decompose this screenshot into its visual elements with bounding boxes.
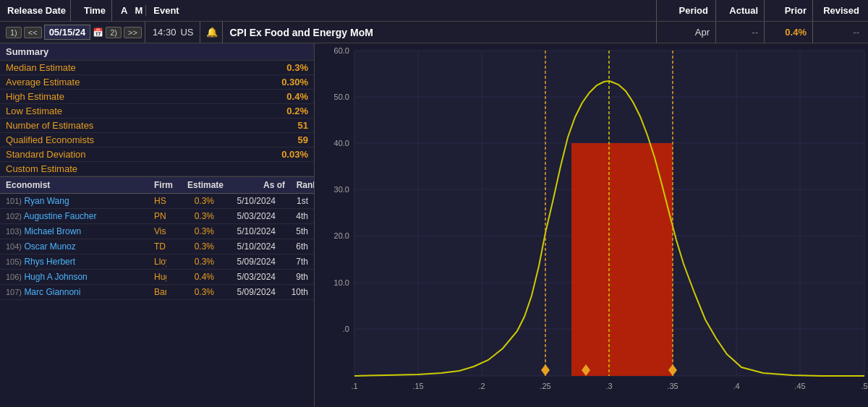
summary-row: Standard Deviation 0.03%	[0, 147, 314, 162]
table-row[interactable]: 102) Augustine Faucher PNC Finl Services…	[0, 209, 314, 224]
svg-text:.0: .0	[343, 325, 349, 333]
event-name: CPI Ex Food and Energy MoM	[230, 27, 373, 38]
time-label: Time	[78, 0, 112, 21]
summary-value: 0.30%	[281, 77, 308, 87]
estimate-value: 0.3%	[166, 210, 217, 222]
summary-section: Summary Median Estimate 0.3% Average Est…	[0, 43, 314, 177]
firm-name: Barclays Capital Inc.	[151, 286, 166, 298]
as-of-date: 5/09/2024	[217, 256, 278, 267]
firm-name: HSBC Securities USA Inc	[151, 195, 166, 207]
economist-name: 101) Ryan Wang	[3, 195, 151, 207]
svg-text:10.0: 10.0	[334, 278, 349, 287]
economist-name: 103) Michael Brown	[3, 226, 151, 237]
event-label: Event	[148, 0, 657, 21]
summary-key: Average Estimate	[6, 77, 80, 87]
economist-name: 106) Hugh A Johnson	[3, 271, 151, 283]
summary-row: High Estimate 0.4%	[0, 90, 314, 104]
chart-panel: 60.0 50.0 40.0 30.0 20.0 10.0 .0 .1 .15 …	[315, 43, 868, 407]
svg-text:.3: .3	[605, 382, 612, 390]
bell-icon: 🔔	[206, 27, 218, 38]
table-row[interactable]: 101) Ryan Wang HSBC Securities USA Inc 0…	[0, 194, 314, 209]
svg-text:.15: .15	[412, 382, 423, 390]
firm-name: PNC Finl Services Group INC	[151, 210, 166, 222]
col-rank: Rank	[288, 179, 314, 191]
economist-table: Economist Firm Estimate As of Rank ↑ 101…	[0, 177, 314, 407]
summary-value: 0.03%	[281, 149, 308, 160]
summary-key: Median Estimate	[6, 62, 76, 73]
as-of-date: 5/03/2024	[217, 210, 278, 222]
col-as-of: As of	[226, 179, 288, 191]
svg-text:.25: .25	[540, 382, 550, 390]
estimate-value: 0.3%	[166, 195, 217, 207]
svg-text:.35: .35	[667, 382, 678, 390]
summary-key: High Estimate	[6, 91, 64, 102]
as-of-date: 5/09/2024	[217, 286, 278, 298]
firm-name: Hugh Johnson Economics LLC	[151, 271, 166, 283]
summary-key: Standard Deviation	[6, 149, 86, 160]
table-row[interactable]: 106) Hugh A Johnson Hugh Johnson Economi…	[0, 270, 314, 285]
estimate-value: 0.3%	[166, 226, 217, 237]
economist-name: 107) Marc Giannoni	[3, 286, 151, 298]
actual-label: Actual	[718, 0, 765, 21]
nav-fwd-btn[interactable]: 2)	[106, 27, 122, 38]
chart-svg: 60.0 50.0 40.0 30.0 20.0 10.0 .0 .1 .15 …	[315, 43, 868, 407]
col-economist: Economist	[3, 179, 151, 191]
date-display: 05/15/24	[44, 25, 91, 40]
summary-value: 0.2%	[286, 106, 308, 116]
col-estimate: Estimate	[176, 179, 226, 191]
a-label: A	[118, 5, 130, 16]
svg-rect-35	[571, 143, 673, 376]
summary-row: Custom Estimate	[0, 162, 314, 176]
estimate-value: 0.3%	[166, 286, 217, 298]
table-row[interactable]: 103) Michael Brown Visa USA Inc 0.3% 5/1…	[0, 224, 314, 239]
summary-value: 0.4%	[286, 91, 308, 102]
summary-value: 51	[298, 120, 308, 131]
period-value: Apr	[695, 27, 710, 38]
table-row[interactable]: 105) Rhys Herbert Lloyds Bank PLC 0.3% 5…	[0, 254, 314, 270]
nav-back-btn[interactable]: <<	[24, 27, 42, 38]
rank-value: 6th	[278, 241, 311, 252]
svg-text:.5: .5	[861, 382, 867, 390]
svg-text:60.0: 60.0	[334, 46, 349, 55]
time-value: 14:30	[153, 27, 176, 38]
svg-text:50.0: 50.0	[334, 93, 349, 101]
prior-value: 0.4%	[785, 27, 807, 38]
rank-value: 4th	[278, 210, 311, 222]
economist-name: 102) Augustine Faucher	[3, 210, 151, 222]
calendar-icon[interactable]: 📅	[93, 27, 103, 38]
summary-row: Number of Estimates 51	[0, 119, 314, 133]
svg-text:.2: .2	[478, 382, 485, 390]
summary-value: 0.3%	[286, 62, 308, 73]
summary-row: Average Estimate 0.30%	[0, 75, 314, 90]
economist-name: 104) Oscar Munoz	[3, 241, 151, 252]
economist-name: 105) Rhys Herbert	[3, 256, 151, 267]
estimate-value: 0.3%	[166, 256, 217, 267]
actual-value: --	[752, 27, 758, 38]
firm-name: TD Securities USA LLC	[151, 241, 166, 252]
firm-name: Lloyds Bank PLC	[151, 256, 166, 267]
table-row[interactable]: 104) Oscar Munoz TD Securities USA LLC 0…	[0, 239, 314, 254]
rank-value: 10th	[278, 286, 311, 298]
svg-text:30.0: 30.0	[334, 185, 349, 194]
summary-key: Qualified Economists	[6, 134, 94, 145]
nav-prev-btn[interactable]: 1)	[6, 27, 22, 38]
revised-label: Revised	[814, 0, 865, 21]
rank-value: 7th	[278, 256, 311, 267]
table-row[interactable]: 107) Marc Giannoni Barclays Capital Inc.…	[0, 285, 314, 300]
release-date-label: Release Date	[3, 0, 71, 21]
svg-text:.4: .4	[733, 382, 739, 390]
rank-value: 1st	[278, 195, 311, 207]
summary-title: Summary	[0, 43, 314, 61]
prior-label: Prior	[766, 0, 813, 21]
svg-text:40.0: 40.0	[334, 139, 349, 147]
m-label: M	[132, 5, 146, 16]
summary-row: Low Estimate 0.2%	[0, 104, 314, 119]
country-value: US	[177, 27, 193, 38]
as-of-date: 5/10/2024	[217, 195, 278, 207]
svg-text:.1: .1	[351, 382, 357, 390]
table-header: Economist Firm Estimate As of Rank ↑	[0, 177, 314, 194]
nav-next-btn[interactable]: >>	[124, 27, 142, 38]
revised-value: --	[853, 27, 859, 38]
as-of-date: 5/10/2024	[217, 226, 278, 237]
svg-text:20.0: 20.0	[334, 231, 349, 240]
